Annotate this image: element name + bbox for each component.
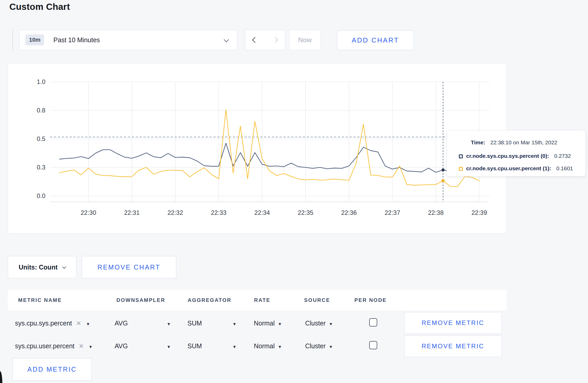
units-dropdown[interactable]: Units: Count	[8, 256, 76, 278]
x-axis-tick-label: 22:39	[471, 209, 487, 216]
x-axis-tick-label: 22:38	[428, 209, 444, 216]
x-axis-tick-label: 22:35	[298, 209, 313, 216]
tooltip-series-value: 0.1601	[556, 165, 573, 171]
source-value: Cluster	[305, 342, 326, 350]
toolbar-divider	[12, 30, 13, 50]
source-select[interactable]: Cluster▼	[305, 342, 333, 350]
clear-metric-icon[interactable]: ✕	[79, 343, 84, 350]
time-back-button[interactable]	[245, 30, 265, 50]
metric-name-select[interactable]: sys.cpu.sys.percent✕▼	[15, 320, 90, 327]
downsampler-value: AVG	[115, 320, 128, 327]
column-header-downsampler: DOWNSAMPLER	[116, 297, 165, 303]
source-select[interactable]: Cluster▼	[305, 320, 333, 327]
chart-card: 0.00.30.50.81.022:3022:3122:3222:3322:34…	[8, 63, 506, 233]
time-forward-button[interactable]	[265, 30, 285, 50]
crosshair-point-0	[442, 168, 445, 172]
aggregator-select[interactable]: SUM▼	[187, 320, 236, 327]
y-axis-tick-label: 1.0	[37, 78, 45, 85]
aggregator-value: SUM	[187, 342, 202, 350]
aggregator-select[interactable]: SUM▼	[187, 342, 236, 350]
downsampler-select[interactable]: AVG▼	[115, 342, 171, 350]
dropdown-arrow-icon[interactable]: ▼	[329, 345, 333, 349]
x-axis-tick-label: 22:31	[124, 209, 139, 216]
tooltip-time-label: Time:	[471, 139, 485, 145]
tooltip-series-value: 0.2732	[554, 153, 571, 159]
column-header-source: SOURCE	[304, 297, 330, 303]
rate-select[interactable]: Normal▼	[254, 342, 282, 350]
downsampler-select[interactable]: AVG▼	[115, 320, 171, 327]
dropdown-arrow-icon[interactable]: ▼	[278, 322, 282, 326]
dropdown-arrow-icon[interactable]: ▼	[278, 345, 282, 349]
x-axis-tick-label: 22:34	[254, 209, 270, 216]
dropdown-arrow-icon[interactable]: ▼	[88, 345, 93, 349]
time-range-badge: 10m	[25, 34, 44, 45]
crosshair-point-1	[442, 179, 445, 182]
per-node-checkbox[interactable]	[369, 341, 377, 349]
dropdown-arrow-icon[interactable]: ▼	[167, 322, 171, 326]
dropdown-arrow-icon[interactable]: ▼	[329, 322, 333, 326]
series-sys-swatch-icon	[459, 154, 463, 158]
dropdown-arrow-icon[interactable]: ▼	[233, 345, 237, 349]
time-range-label: Past 10 Minutes	[53, 36, 100, 44]
x-axis-tick-label: 22:37	[384, 209, 400, 216]
chart-tooltip: Time: 22:38:10 on Mar 15th, 2022 cr.node…	[447, 130, 586, 176]
x-axis-tick-label: 22:30	[81, 209, 96, 216]
series-user-swatch-icon	[459, 167, 463, 171]
time-range-dropdown[interactable]: 10m Past 10 Minutes	[19, 30, 237, 50]
series-line-0	[59, 143, 479, 173]
column-header-rate: RATE	[254, 297, 270, 303]
chevron-down-icon	[224, 37, 229, 42]
remove-chart-button[interactable]: REMOVE CHART	[82, 256, 176, 278]
chevron-right-icon	[272, 37, 278, 43]
downsampler-value: AVG	[115, 342, 128, 350]
metric-name-value: sys.cpu.sys.percent	[15, 320, 72, 327]
y-axis-tick-label: 0.8	[37, 107, 45, 114]
column-header-aggregator: AGGREGATOR	[188, 297, 232, 303]
source-value: Cluster	[305, 320, 326, 327]
x-axis-tick-label: 22:33	[211, 209, 226, 216]
metric-name-select[interactable]: sys.cpu.user.percent✕▼	[15, 342, 93, 350]
page-title: Custom Chart	[9, 2, 70, 12]
add-chart-button[interactable]: ADD CHART	[337, 30, 414, 50]
tooltip-series-label: cr.node.sys.cpu.sys.percent (0):	[466, 153, 549, 159]
column-header-per-node: PER NODE	[354, 297, 387, 303]
tooltip-series-label: cr.node.sys.cpu.user.percent (1):	[466, 165, 551, 171]
chevron-down-icon	[62, 265, 66, 269]
series-line-1	[59, 110, 479, 187]
column-header-metric-name: METRIC NAME	[18, 297, 62, 303]
dropdown-arrow-icon[interactable]: ▼	[233, 322, 237, 326]
x-axis-tick-label: 22:32	[167, 209, 183, 216]
x-axis-tick-label: 22:36	[341, 209, 357, 216]
custom-chart-plot[interactable]: 0.00.30.50.81.022:3022:3122:3222:3322:34…	[8, 64, 506, 233]
chevron-left-icon	[252, 37, 258, 43]
screenshot-corner-artifact	[0, 371, 2, 383]
add-metric-button[interactable]: ADD METRIC	[12, 358, 92, 380]
tooltip-time-value: 22:38:10 on Mar 15th, 2022	[490, 139, 557, 145]
rate-value: Normal	[254, 342, 275, 350]
aggregator-value: SUM	[187, 320, 202, 327]
y-axis-tick-label: 0.5	[37, 135, 45, 142]
metric-name-value: sys.cpu.user.percent	[15, 342, 74, 350]
now-button[interactable]: Now	[289, 30, 321, 50]
dropdown-arrow-icon[interactable]: ▼	[86, 322, 90, 326]
rate-select[interactable]: Normal▼	[254, 320, 282, 327]
remove-metric-button[interactable]: REMOVE METRIC	[404, 335, 502, 357]
rate-value: Normal	[254, 320, 275, 327]
dropdown-arrow-icon[interactable]: ▼	[167, 345, 171, 349]
y-axis-tick-label: 0.0	[37, 192, 45, 199]
y-axis-tick-label: 0.3	[37, 164, 45, 171]
units-label: Units: Count	[19, 264, 58, 271]
per-node-checkbox[interactable]	[369, 318, 377, 327]
clear-metric-icon[interactable]: ✕	[76, 320, 81, 327]
remove-metric-button[interactable]: REMOVE METRIC	[404, 312, 502, 334]
